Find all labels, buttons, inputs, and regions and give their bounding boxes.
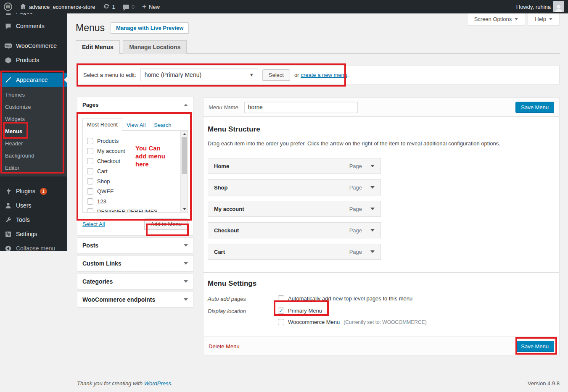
page-item-label: My account [97, 148, 125, 154]
sidebar-item-label: Pages [16, 13, 33, 15]
page-checkbox[interactable] [87, 188, 93, 195]
menu-name-input[interactable] [244, 102, 358, 113]
submenu-item-background[interactable]: Background [0, 150, 67, 162]
manage-live-preview-button[interactable]: Manage with Live Preview [111, 22, 189, 34]
submenu-item-menus[interactable]: Menus [0, 125, 67, 137]
page-item-label: DESIGNER PERFUMES [97, 208, 158, 213]
wordpress-link[interactable]: WordPress [144, 380, 171, 387]
site-name-link[interactable]: advance_ecommerce-store [16, 0, 99, 13]
sidebar-item-collapse-menu[interactable]: Collapse menu [0, 241, 67, 251]
sidebar-item-users[interactable]: Users [0, 198, 67, 213]
menu-select-dropdown[interactable]: home (Primary Menu) ▼ [140, 68, 258, 81]
auto-add-checkbox[interactable] [278, 295, 284, 302]
scrollbar-thumb[interactable] [182, 137, 187, 174]
save-menu-button-top[interactable]: Save Menu [515, 102, 554, 113]
item-expand-icon[interactable] [370, 250, 375, 255]
tab-search[interactable]: Search [150, 119, 175, 131]
page-checkbox[interactable] [87, 208, 93, 213]
page-checkbox[interactable] [87, 198, 93, 205]
chevron-down-icon [549, 18, 552, 22]
new-label: New [149, 4, 160, 10]
page-checkbox[interactable] [87, 168, 93, 174]
menu-item-cart[interactable]: Cart Page [208, 244, 381, 260]
item-expand-icon[interactable] [370, 165, 375, 169]
pages-icon [4, 13, 12, 16]
admin-bar: W advance_ecommerce-store 1 0 + New Howd… [0, 0, 568, 13]
page-footer: Thank you for creating with WordPress. V… [77, 380, 560, 387]
expand-panel-icon [184, 262, 188, 267]
sidebar-item-appearance[interactable]: Appearance [0, 73, 67, 87]
menu-editor-body: Menu Structure Drag each item into the o… [203, 117, 559, 337]
sidebar-item-tools[interactable]: Tools [0, 213, 67, 227]
tab-most-recent[interactable]: Most Recent [82, 118, 122, 131]
page-checkbox-row: Cart [87, 166, 188, 176]
page-checkbox[interactable] [87, 138, 93, 144]
plus-icon: + [142, 4, 146, 10]
sidebar-item-settings[interactable]: Settings [0, 227, 67, 241]
comments-link[interactable]: 0 [119, 0, 138, 13]
sidebar-item-products[interactable]: Products [0, 53, 67, 67]
submenu-item-header[interactable]: Header [0, 137, 67, 150]
woocommerce-icon: Woo [4, 42, 12, 50]
my-account-link[interactable]: Howdy, ruhina [513, 0, 568, 13]
active-menu-arrow [61, 76, 67, 83]
appearance-submenu: Themes Customize Widgets Menus Header Ba… [0, 87, 67, 176]
appearance-brush-icon [4, 76, 12, 84]
accordion-custom-links[interactable]: Custom Links [77, 255, 193, 271]
period-text: . [347, 72, 349, 78]
page-checkbox[interactable] [87, 148, 93, 154]
title-row: Menus Manage with Live Preview [76, 22, 189, 34]
new-content-link[interactable]: + New [138, 0, 164, 13]
submenu-item-widgets[interactable]: Widgets [0, 113, 67, 125]
menu-item-home[interactable]: Home Page [208, 158, 381, 174]
expand-panel-icon [184, 280, 188, 285]
save-menu-button-bottom[interactable]: Save Menu [515, 341, 554, 352]
item-expand-icon[interactable] [370, 208, 375, 212]
accordion-categories[interactable]: Categories [77, 274, 193, 289]
list-scrollbar[interactable] [180, 131, 188, 212]
menu-item-label: Checkout [214, 227, 239, 234]
add-menu-items-column: Pages Most Recent View All Search Produc… [77, 97, 193, 308]
tab-view-all[interactable]: View All [122, 119, 150, 131]
woocommerce-menu-checkbox[interactable] [278, 319, 284, 325]
collapse-panel-icon[interactable] [184, 102, 188, 106]
tab-edit-menus[interactable]: Edit Menus [76, 40, 120, 54]
submenu-item-customize[interactable]: Customize [0, 101, 67, 113]
footer-version: Version 4.9.8 [528, 380, 560, 387]
menu-item-shop[interactable]: Shop Page [208, 179, 381, 195]
add-to-menu-button[interactable]: Add to Menu [144, 218, 188, 230]
submenu-item-themes[interactable]: Themes [0, 89, 67, 101]
select-all-link[interactable]: Select All [82, 221, 105, 227]
scroll-down-icon[interactable] [181, 206, 188, 212]
help-button[interactable]: Help [528, 13, 560, 26]
screen-options-button[interactable]: Screen Options [467, 13, 526, 26]
tab-manage-locations[interactable]: Manage Locations [123, 40, 187, 54]
updates-link[interactable]: 1 [99, 0, 119, 13]
sidebar-item-woocommerce[interactable]: Woo WooCommerce [0, 39, 67, 53]
page-checkbox[interactable] [87, 178, 93, 184]
item-expand-icon[interactable] [370, 186, 375, 191]
create-new-menu-link[interactable]: create a new menu [301, 72, 347, 78]
delete-menu-link[interactable]: Delete Menu [209, 343, 240, 350]
auto-add-pages-label: Auto add pages [208, 295, 278, 302]
settings-sliders-icon [4, 231, 12, 238]
svg-text:Woo: Woo [5, 44, 11, 47]
wordpress-logo-menu[interactable]: W [0, 0, 16, 13]
item-expand-icon[interactable] [370, 229, 375, 234]
menu-item-checkout[interactable]: Checkout Page [208, 222, 381, 238]
scroll-up-icon[interactable] [181, 131, 188, 137]
sidebar-item-pages[interactable]: Pages [0, 13, 67, 19]
sidebar-item-comments[interactable]: Comments [0, 19, 67, 33]
accordion-posts[interactable]: Posts [77, 237, 193, 253]
page-checkbox[interactable] [87, 158, 93, 164]
accordion-woocommerce-endpoints[interactable]: WooCommerce endpoints [77, 292, 193, 308]
sidebar-item-plugins[interactable]: Plugins 1 [0, 184, 67, 198]
menu-item-my-account[interactable]: My account Page [208, 201, 381, 217]
primary-menu-checkbox[interactable] [278, 308, 284, 314]
screen-meta-links: Screen Options Help [467, 13, 560, 26]
pages-postbox-header[interactable]: Pages [77, 97, 193, 113]
submenu-item-editor[interactable]: Editor [0, 162, 67, 174]
create-menu-wrap: create a new menu. [301, 72, 349, 78]
select-button[interactable]: Select [262, 69, 290, 81]
period-text: . [171, 380, 173, 387]
